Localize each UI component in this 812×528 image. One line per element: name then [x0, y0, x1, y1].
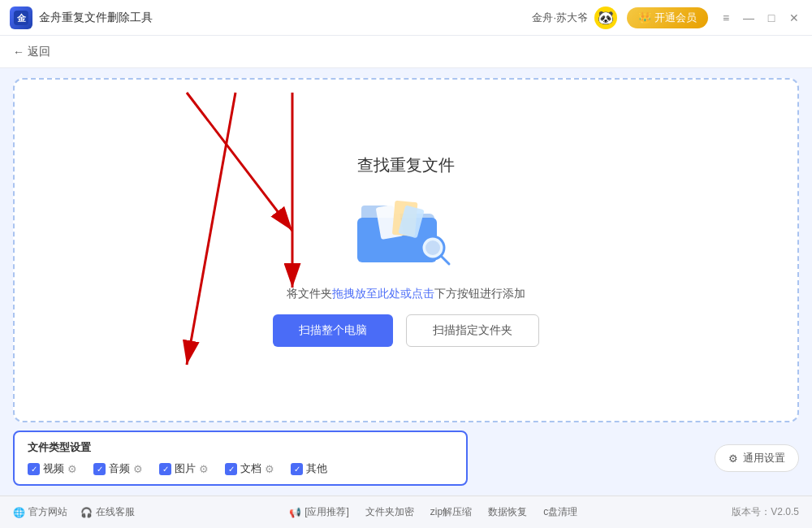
vip-button[interactable]: 👑 开通会员 — [627, 7, 708, 28]
gear-video-icon[interactable]: ⚙ — [67, 463, 77, 475]
gear-audio-icon[interactable]: ⚙ — [133, 463, 143, 475]
general-settings-button[interactable]: ⚙ 通用设置 — [715, 444, 799, 472]
data-recovery-link[interactable]: 数据恢复 — [488, 505, 527, 519]
file-type-audio[interactable]: ✓ 音频 ⚙ — [93, 461, 143, 476]
checkbox-other[interactable]: ✓ — [291, 463, 303, 475]
file-type-image[interactable]: ✓ 图片 ⚙ — [159, 461, 209, 476]
app-title: 金舟重复文件删除工具 — [39, 11, 153, 25]
checkbox-audio[interactable]: ✓ — [93, 463, 106, 475]
minimize-button[interactable]: — — [741, 10, 757, 26]
scan-folder-button[interactable]: 扫描指定文件夹 — [406, 314, 539, 347]
nav-bar: ← 返回 — [0, 36, 812, 68]
file-type-box: 文件类型设置 ✓ 视频 ⚙ ✓ 音频 ⚙ ✓ 图片 ⚙ ✓ — [13, 431, 468, 486]
scan-all-button[interactable]: 扫描整个电脑 — [273, 314, 393, 347]
menu-button[interactable]: ≡ — [718, 10, 734, 26]
official-site-link[interactable]: 🌐 官方网站 — [13, 505, 67, 519]
file-type-doc[interactable]: ✓ 文档 ⚙ — [225, 461, 274, 476]
zip-link[interactable]: zip解压缩 — [430, 505, 472, 519]
svg-line-9 — [441, 256, 449, 264]
drop-zone[interactable]: 查找重复文件 将文件夹拖拽放至此处或点击下方按钮进行添加 — [13, 78, 799, 422]
settings-row: 文件类型设置 ✓ 视频 ⚙ ✓ 音频 ⚙ ✓ 图片 ⚙ ✓ — [13, 431, 799, 486]
title-bar-left: 金 金舟重复文件删除工具 — [10, 6, 153, 29]
gear-settings-icon: ⚙ — [728, 452, 738, 465]
c-disk-clean-link[interactable]: c盘清理 — [543, 505, 577, 519]
globe-icon: 🌐 — [13, 507, 25, 518]
file-type-video[interactable]: ✓ 视频 ⚙ — [28, 461, 77, 476]
bottom-left: 🌐 官方网站 🎧 在线客服 — [13, 505, 135, 519]
bottom-center: 📢 [应用推荐] 文件夹加密 zip解压缩 数据恢复 c盘清理 — [289, 505, 577, 519]
drop-hint: 将文件夹拖拽放至此处或点击下方按钮进行添加 — [287, 287, 525, 301]
file-type-title: 文件类型设置 — [28, 440, 453, 455]
speaker-icon: 📢 — [289, 507, 301, 518]
svg-text:金: 金 — [16, 13, 27, 23]
file-type-items: ✓ 视频 ⚙ ✓ 音频 ⚙ ✓ 图片 ⚙ ✓ 文档 ⚙ — [28, 461, 453, 476]
folder-illustration — [353, 189, 459, 274]
title-bar: 金 金舟重复文件删除工具 金舟·苏大爷 🐼 👑 开通会员 ≡ — □ ✕ — [0, 0, 812, 36]
checkbox-video[interactable]: ✓ — [28, 463, 40, 475]
gear-image-icon[interactable]: ⚙ — [199, 463, 209, 475]
online-service-link[interactable]: 🎧 在线客服 — [80, 505, 135, 519]
close-button[interactable]: ✕ — [786, 10, 802, 26]
checkbox-image[interactable]: ✓ — [159, 463, 171, 475]
maximize-button[interactable]: □ — [763, 10, 780, 26]
scan-buttons: 扫描整个电脑 扫描指定文件夹 — [273, 314, 539, 347]
headset-icon: 🎧 — [80, 507, 93, 518]
back-arrow-icon: ← — [13, 45, 24, 58]
gear-doc-icon[interactable]: ⚙ — [265, 463, 274, 475]
drop-zone-title: 查找重复文件 — [357, 154, 455, 176]
title-bar-right: 金舟·苏大爷 🐼 👑 开通会员 ≡ — □ ✕ — [532, 6, 802, 29]
avatar: 🐼 — [594, 6, 617, 29]
app-icon: 金 — [10, 6, 32, 29]
svg-point-10 — [425, 240, 440, 255]
back-label: 返回 — [28, 45, 50, 59]
checkbox-doc[interactable]: ✓ — [225, 463, 237, 475]
version-label: 版本号：V2.0.5 — [732, 505, 799, 519]
file-type-other[interactable]: ✓ 其他 — [291, 461, 327, 476]
crown-icon: 👑 — [638, 11, 651, 24]
drag-drop-link[interactable]: 拖拽放至此处或点击 — [332, 287, 434, 300]
folder-encrypt-link[interactable]: 文件夹加密 — [365, 505, 414, 519]
user-info: 金舟·苏大爷 🐼 — [532, 6, 617, 29]
back-button[interactable]: ← 返回 — [13, 45, 50, 59]
bottom-bar: 🌐 官方网站 🎧 在线客服 📢 [应用推荐] 文件夹加密 zip解压缩 数据恢复… — [0, 496, 812, 528]
user-label: 金舟·苏大爷 — [532, 11, 588, 25]
window-controls: ≡ — □ ✕ — [718, 10, 802, 26]
main-content: 查找重复文件 将文件夹拖拽放至此处或点击下方按钮进行添加 — [0, 68, 812, 496]
